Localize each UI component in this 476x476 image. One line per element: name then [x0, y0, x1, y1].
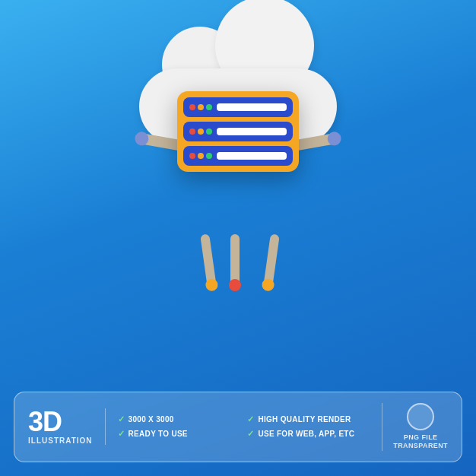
- checkmark-icon-4: ✓: [247, 429, 254, 439]
- dot-red: [189, 153, 195, 159]
- checkmark-icon-1: ✓: [118, 414, 125, 424]
- check-item-4: ✓ USE FOR WEB, APP, ETC: [247, 429, 370, 439]
- dot-yellow: [198, 153, 204, 159]
- check-item-3: ✓ READY TO USE: [118, 429, 240, 439]
- leg-ball-left: [205, 278, 218, 292]
- checkmark-icon-2: ✓: [247, 414, 254, 424]
- server: [177, 91, 299, 172]
- dot-green: [206, 129, 212, 135]
- checkmark-icon-3: ✓: [118, 429, 125, 439]
- banner-3d-section: 3D ILLUSTRATION: [28, 408, 106, 445]
- illustration: [116, 23, 360, 342]
- dot-green: [206, 153, 212, 159]
- leg-ball-mid: [229, 279, 241, 291]
- leg-left: [200, 234, 217, 288]
- check-item-1: ✓ 3000 X 3000: [118, 414, 240, 424]
- banner-title: 3D: [28, 408, 62, 436]
- server-row: [183, 146, 293, 166]
- banner-subtitle: ILLUSTRATION: [28, 436, 93, 445]
- dot-red: [189, 129, 195, 135]
- leg-ball-right: [262, 278, 275, 292]
- dot-group: [189, 129, 212, 135]
- check-label-4: USE FOR WEB, APP, ETC: [258, 430, 354, 438]
- dot-green: [206, 104, 212, 110]
- server-bar: [217, 128, 287, 135]
- server-box: [177, 91, 299, 172]
- banner-png-section: PNG FILETRANSPARENT: [382, 403, 448, 451]
- check-item-2: ✓ HIGH QUALITY RENDER: [247, 414, 370, 424]
- banner-checks: ✓ 3000 X 3000 ✓ HIGH QUALITY RENDER ✓ RE…: [118, 414, 370, 439]
- arm-ball-right: [326, 131, 342, 147]
- server-bar: [217, 103, 287, 111]
- dot-yellow: [198, 104, 204, 110]
- png-circle: [407, 403, 434, 430]
- server-row: [183, 122, 293, 141]
- dot-group: [189, 153, 212, 159]
- leg-mid: [230, 234, 240, 287]
- check-label-2: HIGH QUALITY RENDER: [258, 415, 351, 424]
- png-label: PNG FILETRANSPARENT: [393, 433, 448, 451]
- dot-yellow: [198, 129, 204, 135]
- server-bar: [217, 152, 287, 160]
- banner: 3D ILLUSTRATION ✓ 3000 X 3000 ✓ HIGH QUA…: [14, 392, 462, 462]
- background: 3D ILLUSTRATION ✓ 3000 X 3000 ✓ HIGH QUA…: [0, 0, 476, 476]
- dot-group: [189, 104, 212, 110]
- dot-red: [189, 104, 195, 110]
- server-row: [183, 97, 293, 117]
- check-label-3: READY TO USE: [129, 430, 188, 438]
- leg-right: [263, 234, 280, 288]
- check-label-1: 3000 X 3000: [129, 415, 174, 424]
